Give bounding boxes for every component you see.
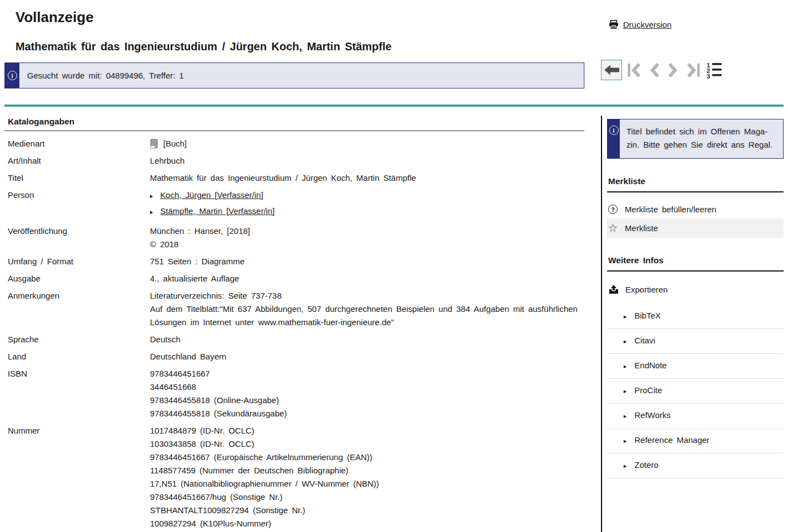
teal-divider xyxy=(4,105,784,107)
field-value-line: © 2018 xyxy=(150,238,584,251)
field-value-line: 9783446455818 (Sekundärausgabe) xyxy=(150,407,584,420)
catalog-row: LandDeutschland Bayern xyxy=(4,350,584,363)
print-version-label: Druckversion xyxy=(623,20,672,29)
person-link[interactable]: Koch, Jürgen [Verfasser/in] xyxy=(160,189,263,202)
back-arrow-icon xyxy=(604,64,619,76)
media-type-line: [Buch] xyxy=(150,137,584,150)
question-circle-icon: ? xyxy=(608,205,618,214)
merkliste-fill-empty-label: Merkliste befüllen/leeren xyxy=(625,205,717,214)
nav-next-button[interactable] xyxy=(666,61,680,80)
arrow-bullet-icon: ▸ xyxy=(150,205,153,218)
arrow-bullet-icon: ▸ xyxy=(150,189,153,202)
export-label: Exportieren xyxy=(625,285,668,294)
field-label: Person xyxy=(4,189,150,221)
catalog-row: Nummer1017484879 (ID-Nr. OCLC)1030343858… xyxy=(4,424,584,530)
field-value-line: 1009827294 (K10Plus-Nummer) xyxy=(150,517,584,530)
export-item-procite[interactable]: ▸ProCite xyxy=(607,379,784,404)
field-value-line: Auf dem Titelblatt:"Mit 637 Abbildungen,… xyxy=(150,302,584,329)
field-label: Land xyxy=(4,350,150,363)
person-entry: ▸Koch, Jürgen [Verfasser/in] xyxy=(150,189,584,202)
merkliste-label: Merkliste xyxy=(625,223,658,233)
catalog-row: Person▸Koch, Jürgen [Verfasser/in]▸Stämp… xyxy=(4,189,584,221)
catalog-row: Ausgabe4., aktualisierte Auflage xyxy=(4,272,584,285)
person-link[interactable]: Stämpfle, Martin [Verfasser/in] xyxy=(160,205,275,218)
field-value-line: Deutschland Bayern xyxy=(150,350,584,363)
field-label: ISBN xyxy=(4,367,150,420)
nav-last-button[interactable] xyxy=(684,61,702,80)
export-item-citavi[interactable]: ▸Citavi xyxy=(607,329,784,354)
field-value-line: 3446451668 xyxy=(150,380,584,394)
export-icon xyxy=(608,285,619,294)
field-value-line: 9783446451667/hug (Sonstige Nr.) xyxy=(150,491,584,504)
nav-first-button[interactable] xyxy=(626,61,644,80)
location-notice: i Titel befindet sich im Offenen Ma­gazi… xyxy=(607,119,784,159)
catalog-row: SpracheDeutsch xyxy=(4,333,584,346)
nav-previous-button[interactable] xyxy=(647,61,662,80)
arrow-bullet-icon: ▸ xyxy=(624,359,627,373)
notice-stripe: i xyxy=(5,63,19,88)
arrow-bullet-icon: ▸ xyxy=(624,384,627,398)
field-label: Art/Inhalt xyxy=(4,154,150,168)
field-label: Sprache xyxy=(4,333,150,346)
field-label: Umfang / Format xyxy=(4,255,150,268)
merkliste-item[interactable]: ☆ Merkliste xyxy=(607,218,784,238)
field-value: 1017484879 (ID-Nr. OCLC)1030343858 (ID-N… xyxy=(150,424,584,530)
field-value: [Buch] xyxy=(150,137,584,150)
search-result-text: Gesucht wurde mit: 04899496, Treffer: 1 xyxy=(19,63,191,88)
notice-and-nav-row: i Gesucht wurde mit: 04899496, Treffer: … xyxy=(4,62,784,88)
field-label: Veröffentlichung xyxy=(4,225,150,251)
field-value-line: 9783446451667 (Europäische Artikelnummer… xyxy=(150,451,584,464)
export-item-label: ProCite xyxy=(635,384,662,396)
first-record-icon xyxy=(627,62,642,79)
field-value-line: München : Hanser, [2018] xyxy=(150,225,584,238)
field-value-line: 9783446451667 xyxy=(150,367,584,380)
field-value-line: Literaturverzeichnis: Seite 737-738 xyxy=(150,289,584,302)
catalog-row: VeröffentlichungMünchen : Hanser, [2018]… xyxy=(4,225,584,251)
field-value-line: 1017484879 (ID-Nr. OCLC) xyxy=(150,424,584,437)
field-value: Mathematik für das Ingenieurstudium / Jü… xyxy=(150,171,584,185)
catalog-row: Umfang / Format751 Seiten : Diagramme xyxy=(4,255,584,268)
export-item-zotero[interactable]: ▸Zotero xyxy=(607,453,784,478)
field-value-line: 9783446455818 (Online-Ausgabe) xyxy=(150,394,584,407)
catalog-heading: Katalogangaben xyxy=(4,116,584,131)
weitere-infos-heading: Weitere Infos xyxy=(607,255,784,272)
export-toggle[interactable]: Exportieren xyxy=(607,285,784,294)
field-value: Deutschland Bayern xyxy=(150,350,584,363)
arrow-bullet-icon: ▸ xyxy=(624,335,627,348)
field-value: ▸Koch, Jürgen [Verfasser/in]▸Stämpfle, M… xyxy=(150,189,584,221)
sidebar: i Titel befindet sich im Offenen Ma­gazi… xyxy=(601,116,784,532)
merkliste-fill-empty-item[interactable]: ? Merkliste befüllen/leeren xyxy=(607,200,784,218)
info-icon: i xyxy=(609,126,619,135)
export-item-label: Zotero xyxy=(635,459,659,471)
field-value: 751 Seiten : Diagramme xyxy=(150,255,584,268)
svg-text:3: 3 xyxy=(707,73,710,79)
info-icon: i xyxy=(8,71,17,80)
export-item-reference-manager[interactable]: ▸Reference Manager xyxy=(607,429,784,453)
field-value: 978344645166734464516689783446455818 (On… xyxy=(150,367,584,420)
field-label: Anmerkungen xyxy=(4,289,150,329)
arrow-bullet-icon: ▸ xyxy=(624,409,627,423)
next-record-icon xyxy=(667,62,679,79)
catalog-row: ISBN978344645166734464516689783446455818… xyxy=(4,367,584,420)
export-item-endnote[interactable]: ▸EndNote xyxy=(607,354,784,379)
print-version-link[interactable]: Druckversion xyxy=(609,20,672,29)
export-item-label: Reference Manager xyxy=(635,434,710,446)
previous-record-icon xyxy=(649,62,661,79)
export-item-label: RefWorks xyxy=(635,409,671,421)
export-item-refworks[interactable]: ▸RefWorks xyxy=(607,404,784,429)
nav-back-button[interactable] xyxy=(601,60,622,80)
field-value: 4., aktualisierte Auflage xyxy=(150,272,584,285)
person-entry: ▸Stämpfle, Martin [Verfasser/in] xyxy=(150,205,584,218)
field-value: Literaturverzeichnis: Seite 737-738Auf d… xyxy=(150,289,584,329)
nav-result-list-button[interactable]: 1 2 3 xyxy=(706,61,723,80)
star-icon: ☆ xyxy=(608,223,618,233)
arrow-bullet-icon: ▸ xyxy=(624,459,627,472)
export-item-bibtex[interactable]: ▸BibTeX xyxy=(607,304,784,329)
field-label: Titel xyxy=(4,171,150,185)
result-navigation: 1 2 3 xyxy=(601,60,723,80)
export-list: ▸BibTeX▸Citavi▸EndNote▸ProCite▸RefWorks▸… xyxy=(607,304,784,478)
export-item-label: EndNote xyxy=(635,359,667,371)
field-label: Medienart xyxy=(4,137,150,150)
field-value-line: Mathematik für das Ingenieurstudium / Jü… xyxy=(150,171,584,185)
field-value: Lehrbuch xyxy=(150,154,584,168)
